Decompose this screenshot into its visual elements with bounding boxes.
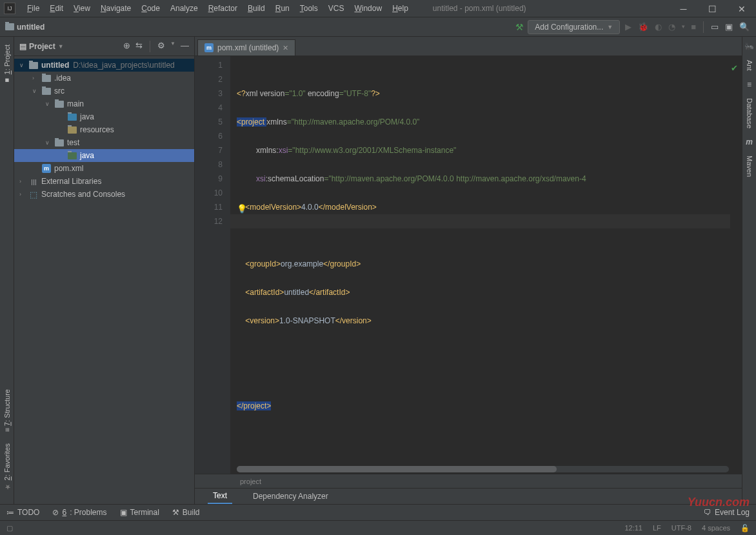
chevron-down-icon: ▼ xyxy=(170,41,175,52)
project-tree[interactable]: ∨ untitled D:\idea_java_projects\untitle… xyxy=(14,56,194,504)
window-title: untitled - pom.xml (untitled) xyxy=(433,4,526,13)
menu-edit[interactable]: Edit xyxy=(45,2,68,15)
horizontal-scrollbar[interactable] xyxy=(237,466,729,472)
inspection-ok-icon[interactable]: ✔ xyxy=(731,61,738,76)
project-panel-title[interactable]: ▤Project▼ xyxy=(19,42,64,51)
folder-icon xyxy=(5,23,14,30)
line-gutter: 123456789101112 xyxy=(195,56,230,474)
todo-tool-button[interactable]: ≔TODO xyxy=(6,508,39,517)
build-icon[interactable]: ⚒ xyxy=(515,22,524,32)
hide-icon[interactable]: — xyxy=(181,41,189,52)
event-log-button[interactable]: 🗨Event Log xyxy=(704,508,750,517)
menu-build[interactable]: Build xyxy=(243,2,270,15)
settings-icon[interactable]: ▣ xyxy=(724,22,734,32)
coverage-icon[interactable]: ◐ xyxy=(653,22,663,32)
menu-window[interactable]: Window xyxy=(349,2,387,15)
menu-analyze[interactable]: Analyze xyxy=(165,2,203,15)
file-encoding[interactable]: UTF-8 xyxy=(671,524,691,532)
search-icon[interactable]: 🔍 xyxy=(738,22,751,32)
tree-row-ext-lib[interactable]: ›⫼ External Libraries xyxy=(14,175,194,188)
project-structure-icon[interactable]: ▭ xyxy=(710,22,720,32)
indent-settings[interactable]: 4 spaces xyxy=(702,524,730,532)
navigation-toolbar: untitled ⚒ Add Configuration... ▼ ▶ 🐞 ◐ … xyxy=(0,17,756,37)
editor-tabs: m pom.xml (untitled) ✕ xyxy=(195,37,742,56)
tree-row-resources[interactable]: resources xyxy=(14,123,194,136)
project-tool-button[interactable]: ■ 1: Project xyxy=(3,42,11,87)
breadcrumb-root: untitled xyxy=(17,23,45,32)
ant-icon[interactable]: 🐜 xyxy=(744,42,754,51)
code-editor[interactable]: 123456789101112 <?xml version="1.0" enco… xyxy=(195,56,742,474)
tree-row-java[interactable]: java xyxy=(14,110,194,123)
stop-icon[interactable]: ■ xyxy=(690,22,697,32)
watermark: Yuucn.com xyxy=(688,496,750,509)
maven-icon[interactable]: m xyxy=(746,137,753,146)
menubar: IJ FileEditViewNavigateCodeAnalyzeRefact… xyxy=(0,0,756,17)
tree-row-scratches[interactable]: ›⬚ Scratches and Consoles xyxy=(14,188,194,201)
ant-tool-button[interactable]: Ant xyxy=(746,59,753,72)
tree-row-src[interactable]: ∨ src xyxy=(14,85,194,97)
menu-file[interactable]: File xyxy=(22,2,45,15)
tree-row-root[interactable]: ∨ untitled D:\idea_java_projects\untitle… xyxy=(14,59,194,72)
close-tab-icon[interactable]: ✕ xyxy=(283,44,288,52)
menu-help[interactable]: Help xyxy=(387,2,413,15)
menu-navigate[interactable]: Navigate xyxy=(95,2,136,15)
menu-refactor[interactable]: Refactor xyxy=(203,2,243,15)
menu-vcs[interactable]: VCS xyxy=(323,2,350,15)
intention-bulb-icon[interactable]: 💡 xyxy=(237,202,247,216)
bottom-tool-buttons: ≔TODO ⊘6: Problems ▣Terminal ⚒Build 🗨Eve… xyxy=(0,504,756,520)
settings-gear-icon[interactable]: ⚙ xyxy=(157,41,165,52)
menu-tools[interactable]: Tools xyxy=(295,2,323,15)
expand-all-icon[interactable]: ⇆ xyxy=(135,41,143,52)
maximize-button[interactable]: ☐ xyxy=(698,0,727,17)
database-tool-button[interactable]: Database xyxy=(746,97,753,130)
cursor-position[interactable]: 12:11 xyxy=(624,524,642,532)
terminal-tool-button[interactable]: ▣Terminal xyxy=(120,508,159,517)
add-configuration-button[interactable]: Add Configuration... ▼ xyxy=(528,20,620,34)
profile-icon[interactable]: ◔ xyxy=(667,22,677,32)
tree-row-idea[interactable]: › .idea xyxy=(14,72,194,85)
editor-breadcrumb[interactable]: project xyxy=(195,474,742,488)
breadcrumb[interactable]: untitled xyxy=(5,23,45,32)
tree-row-main[interactable]: ∨ main xyxy=(14,97,194,110)
tree-row-test[interactable]: ∨ test xyxy=(14,136,194,149)
maven-tool-button[interactable]: Maven xyxy=(746,154,753,178)
favorites-tool-button[interactable]: ★ 2: Favorites xyxy=(3,441,11,494)
left-tool-buttons: ■ 1: Project ≡ 7: Structure ★ 2: Favorit… xyxy=(0,37,14,504)
maven-file-icon: m xyxy=(204,43,214,52)
close-button[interactable]: ✕ xyxy=(727,0,756,17)
editor-sub-tabs: Text Dependency Analyzer xyxy=(195,488,742,504)
status-bar: ▢ 12:11 LF UTF-8 4 spaces 🔓 xyxy=(0,520,756,535)
project-tool-window: ▤Project▼ ⊕ ⇆ ⚙ ▼ — ∨ untitled D:\idea_j… xyxy=(14,37,195,504)
minimize-button[interactable]: ─ xyxy=(669,0,698,17)
code-content[interactable]: <?xml version="1.0" encoding="UTF-8"?> <… xyxy=(230,56,742,474)
tool-windows-icon[interactable]: ▢ xyxy=(6,524,13,532)
add-config-label: Add Configuration... xyxy=(535,23,603,32)
editor-tab-pom[interactable]: m pom.xml (untitled) ✕ xyxy=(197,39,295,56)
tab-text[interactable]: Text xyxy=(208,489,232,504)
right-tool-buttons: 🐜 Ant ≡ Database m Maven xyxy=(742,37,756,504)
build-tool-button[interactable]: ⚒Build xyxy=(172,508,200,517)
menu-view[interactable]: View xyxy=(68,2,95,15)
project-panel-header: ▤Project▼ ⊕ ⇆ ⚙ ▼ — xyxy=(14,37,194,56)
menu-run[interactable]: Run xyxy=(270,2,295,15)
tab-label: pom.xml (untitled) xyxy=(217,43,279,52)
debug-icon[interactable]: 🐞 xyxy=(637,22,650,32)
database-icon[interactable]: ≡ xyxy=(747,80,751,89)
run-icon[interactable]: ▶ xyxy=(624,22,633,32)
tree-row-test-java[interactable]: java xyxy=(14,149,194,162)
tab-dependency-analyzer[interactable]: Dependency Analyzer xyxy=(248,489,333,503)
tree-row-pom[interactable]: m pom.xml xyxy=(14,162,194,175)
readonly-lock-icon[interactable]: 🔓 xyxy=(741,524,750,532)
line-separator[interactable]: LF xyxy=(653,524,661,532)
chevron-down-icon: ▼ xyxy=(607,24,613,30)
problems-tool-button[interactable]: ⊘6: Problems xyxy=(52,508,106,517)
app-icon: IJ xyxy=(4,3,15,14)
chevron-down-icon: ▼ xyxy=(681,24,686,30)
select-opened-file-icon[interactable]: ⊕ xyxy=(123,41,130,52)
structure-tool-button[interactable]: ≡ 7: Structure xyxy=(3,387,11,434)
menu-code[interactable]: Code xyxy=(136,2,165,15)
editor-area: m pom.xml (untitled) ✕ 123456789101112 <… xyxy=(195,37,742,504)
